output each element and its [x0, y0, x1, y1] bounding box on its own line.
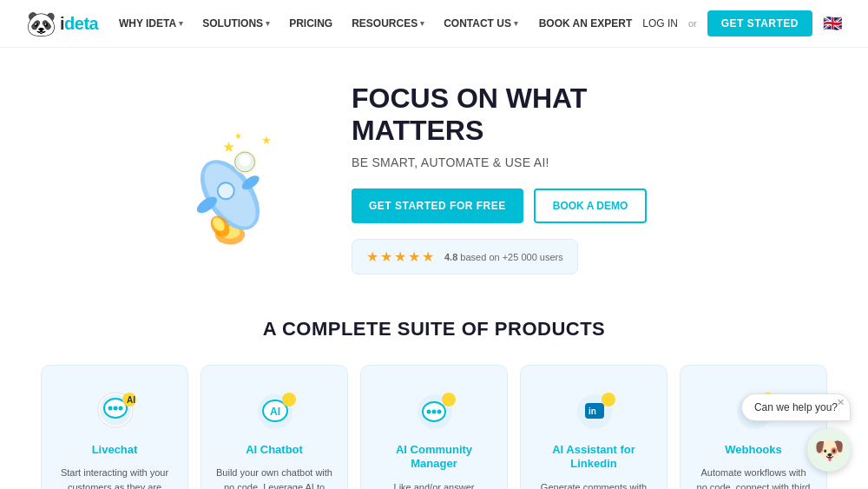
svg-point-4 [218, 182, 234, 199]
svg-point-26 [282, 393, 296, 406]
svg-text:★: ★ [234, 131, 242, 141]
get-started-nav-button[interactable]: GET STARTED [707, 10, 812, 36]
product-desc-linkedin: Generate comments with AI, translate you… [535, 480, 653, 489]
svg-text:★: ★ [222, 139, 235, 155]
product-card-chatbot[interactable]: AI AI ChatbotBuild your own chatbot with… [201, 365, 348, 489]
nav-or-text: or [688, 18, 697, 29]
product-desc-chatbot: Build your own chatbot with no code. Lev… [215, 466, 333, 489]
svg-point-32 [442, 393, 456, 406]
product-name-community: AI Community Manager [375, 443, 493, 472]
chat-bubble-text: Can we help you? [754, 401, 838, 413]
product-name-livechat: Livechat [92, 443, 138, 458]
chatbot-icon: AI [248, 387, 300, 434]
stars-display: ★★★★★ [366, 248, 436, 265]
svg-point-18 [108, 406, 112, 411]
chat-avatar[interactable]: 🐶 [807, 428, 851, 472]
product-card-community[interactable]: AI Community ManagerLike and/or answer c… [360, 365, 508, 489]
nav-link-solutions[interactable]: SOLUTIONS▾ [202, 17, 270, 30]
nav-link-contact-us[interactable]: CONTACT US▾ [444, 17, 518, 30]
star-icons: ★★★★★ [366, 249, 436, 264]
linkedin-icon: in [568, 387, 620, 434]
book-demo-button[interactable]: BOOK A DEMO [534, 188, 647, 223]
chat-bubble[interactable]: ✕ Can we help you? [741, 393, 851, 421]
rocket-svg-icon: ★ ★ ★ [148, 111, 312, 246]
svg-point-31 [437, 410, 441, 414]
product-name-linkedin: AI Assistant for Linkedin [535, 443, 653, 472]
navbar: 🐼 ideta WHY IDETA▾SOLUTIONS▾PRICINGRESOU… [0, 0, 868, 48]
logo-text: ideta [60, 14, 98, 34]
chat-close-icon[interactable]: ✕ [837, 397, 845, 408]
products-title: A COMPLETE SUITE OF PRODUCTS [35, 318, 833, 340]
product-card-linkedin[interactable]: in AI Assistant for LinkedinGenerate com… [520, 365, 667, 489]
product-desc-livechat: Start interacting with your customers as… [56, 466, 174, 489]
svg-point-20 [118, 406, 122, 411]
hero-section: ★ ★ ★ FOCUS ON WHAT MATTERS BE SMART, AU… [0, 48, 868, 301]
svg-point-30 [431, 410, 436, 414]
logo-deta: deta [64, 14, 98, 33]
products-section: A COMPLETE SUITE OF PRODUCTS AI Livechat… [0, 301, 868, 489]
hero-content: FOCUS ON WHAT MATTERS BE SMART, AUTOMATE… [352, 83, 725, 274]
rating-info: 4.8 based on +25 000 users [444, 248, 563, 264]
chat-avatar-emoji: 🐶 [814, 436, 845, 465]
livechat-icon: AI [89, 387, 141, 434]
get-started-free-button[interactable]: GET STARTED FOR FREE [352, 188, 523, 223]
hero-title: FOCUS ON WHAT MATTERS [352, 83, 725, 147]
book-expert-link[interactable]: BOOK AN EXPERT [539, 17, 633, 30]
svg-text:AI: AI [270, 406, 280, 418]
chevron-down-icon: ▾ [179, 19, 183, 28]
login-link[interactable]: LOG IN [642, 17, 678, 30]
chevron-down-icon: ▾ [420, 19, 424, 28]
nav-link-resources[interactable]: RESOURCES▾ [352, 17, 424, 30]
hero-illustration: ★ ★ ★ [143, 109, 317, 248]
rating-text: 4.8 based on +25 000 users [444, 252, 563, 262]
product-card-livechat[interactable]: AI LivechatStart interacting with your c… [41, 365, 188, 489]
svg-text:★: ★ [261, 133, 272, 146]
product-name-chatbot: AI Chatbot [246, 443, 303, 458]
svg-point-29 [426, 410, 431, 414]
rating-box: ★★★★★ 4.8 based on +25 000 users [352, 239, 578, 274]
svg-text:in: in [589, 406, 596, 416]
hero-subtitle: BE SMART, AUTOMATE & USE AI! [352, 155, 725, 169]
svg-point-19 [113, 406, 117, 411]
product-desc-community: Like and/or answer comments from your au… [375, 480, 493, 489]
community-icon [408, 387, 460, 434]
products-grid: AI LivechatStart interacting with your c… [35, 365, 833, 489]
svg-point-9 [239, 155, 250, 166]
logo[interactable]: 🐼 ideta [26, 10, 98, 38]
logo-panda-icon: 🐼 [26, 10, 56, 38]
nav-right: BOOK AN EXPERT LOG IN or GET STARTED 🇬🇧 [539, 10, 842, 36]
nav-links: WHY IDETA▾SOLUTIONS▾PRICINGRESOURCES▾CON… [119, 17, 518, 30]
language-flag-icon[interactable]: 🇬🇧 [823, 14, 842, 33]
svg-point-36 [602, 393, 615, 406]
nav-link-why-ideta[interactable]: WHY IDETA▾ [119, 17, 183, 30]
chevron-down-icon: ▾ [266, 19, 270, 28]
hero-buttons: GET STARTED FOR FREE BOOK A DEMO [352, 188, 725, 223]
chat-widget: ✕ Can we help you? 🐶 [741, 393, 851, 472]
svg-text:AI: AI [127, 395, 135, 405]
chevron-down-icon: ▾ [514, 19, 518, 28]
nav-link-pricing[interactable]: PRICING [289, 17, 332, 30]
